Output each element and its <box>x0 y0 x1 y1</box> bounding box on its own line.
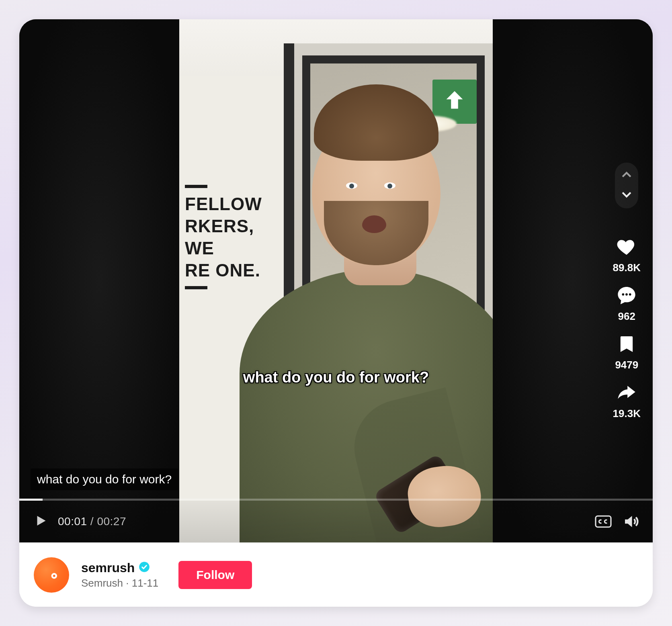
volume-button[interactable] <box>622 513 639 530</box>
letterbox-left <box>19 19 179 542</box>
share-count: 19.3K <box>613 407 641 420</box>
comment-button[interactable]: 962 <box>616 285 637 323</box>
like-count: 89.8K <box>613 262 641 274</box>
comment-count: 962 <box>618 310 635 323</box>
video-area[interactable]: FELLOW RKERS, WE RE ONE. <box>19 19 653 542</box>
cc-icon <box>595 513 612 530</box>
svg-point-3 <box>629 293 631 296</box>
verified-badge <box>139 561 150 574</box>
follow-button[interactable]: Follow <box>178 561 252 589</box>
time-display: 00:01 / 00:27 <box>58 515 126 528</box>
svg-rect-0 <box>596 516 611 527</box>
video-card: FELLOW RKERS, WE RE ONE. <box>19 19 653 607</box>
svg-point-2 <box>625 293 628 296</box>
chevron-up-icon <box>620 168 633 182</box>
like-button[interactable]: 89.8K <box>613 237 641 274</box>
action-rail: 89.8K 962 9479 19.3K <box>613 163 641 420</box>
poster-subline: Semrush · 11-11 <box>81 577 158 589</box>
bookmark-count: 9479 <box>615 359 638 371</box>
time-separator: / <box>87 515 97 528</box>
avatar-logo-icon <box>41 564 62 586</box>
video-frame[interactable]: FELLOW RKERS, WE RE ONE. <box>179 19 493 542</box>
svg-point-1 <box>622 293 625 296</box>
avatar[interactable] <box>34 557 69 593</box>
poster-meta: semrush Semrush · 11-11 <box>81 561 158 589</box>
post-date: 11-11 <box>132 577 159 589</box>
play-button[interactable] <box>33 513 47 530</box>
poster-bar: semrush Semrush · 11-11 Follow <box>19 542 653 607</box>
verified-icon <box>139 561 150 573</box>
bookmark-icon <box>616 334 637 355</box>
video-controls: 00:01 / 00:27 <box>19 501 653 542</box>
poster-username[interactable]: semrush <box>81 561 135 575</box>
video-still: FELLOW RKERS, WE RE ONE. <box>179 19 493 542</box>
svg-point-6 <box>53 575 55 577</box>
person <box>240 133 493 542</box>
video-caption-bottom: what do you do for work? <box>31 468 178 490</box>
poster-display-name: Semrush <box>81 577 123 589</box>
prev-video-button[interactable] <box>620 168 633 184</box>
scroll-nav <box>615 163 638 209</box>
share-button[interactable]: 19.3K <box>613 383 641 420</box>
captions-button[interactable] <box>595 513 612 530</box>
video-caption-center: what do you do for work? <box>243 369 429 386</box>
next-video-button[interactable] <box>620 188 633 203</box>
bookmark-button[interactable]: 9479 <box>615 334 638 371</box>
share-icon <box>616 383 637 403</box>
comment-icon <box>616 285 637 306</box>
chevron-down-icon <box>620 188 633 201</box>
heart-icon <box>616 237 637 258</box>
time-current: 00:01 <box>58 515 87 528</box>
time-total: 00:27 <box>97 515 126 528</box>
play-icon <box>33 513 47 528</box>
volume-icon <box>622 513 639 530</box>
